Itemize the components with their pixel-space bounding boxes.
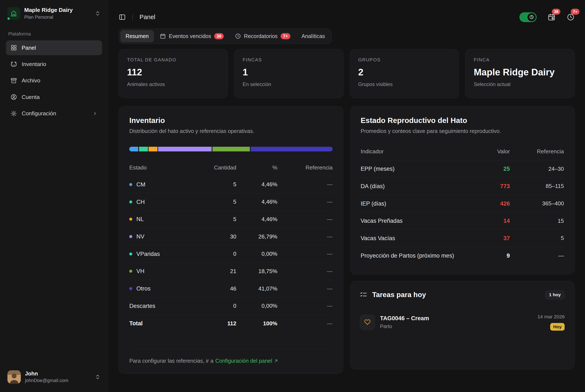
stat-card-fincas: FINCAS 1 En selección [234, 49, 343, 98]
tab-label: Resumen [126, 33, 149, 39]
overdue-events-button[interactable]: 38 [548, 13, 556, 21]
online-status-dot [7, 17, 10, 20]
archive-icon [10, 77, 17, 84]
repro-card: Estado Reproductivo del Hato Promedios y… [350, 106, 575, 274]
footer-text: Para configurar las referencias, ir a [129, 358, 213, 364]
pct-value: 100% [236, 320, 277, 327]
table-row: EPP (meses) 25 24–30 [361, 160, 564, 178]
toggle-switch[interactable] [520, 12, 537, 22]
inventory-bar [129, 147, 333, 151]
stat-label: GRUPOS [358, 57, 450, 63]
org-switcher[interactable]: Maple Ridge Dairy Plan Personal [6, 6, 102, 20]
tab-badge: 7+ [281, 33, 290, 39]
col-valor: Valor [469, 148, 510, 155]
sidebar-item-cuenta[interactable]: Cuenta [6, 90, 102, 104]
tab-recordatorios[interactable]: Recordatorios 7+ [230, 30, 295, 42]
status-dot [129, 252, 132, 256]
indicador-label: IEP (días) [361, 200, 469, 207]
gear-icon [10, 110, 17, 117]
panel-config-link[interactable]: Configuración del panel [215, 358, 278, 364]
estado-label: CM [136, 181, 145, 188]
topbar: Panel 38 7+ [119, 0, 575, 23]
repro-table: Indicador Valor Referencia EPP (meses) 2… [361, 143, 564, 264]
sidebar-item-panel[interactable]: Panel [6, 40, 102, 55]
col-referencia: Referencia [510, 148, 564, 155]
tab-eventos-vencidos[interactable]: Eventos vencidos 38 [155, 30, 229, 42]
referencia-value: — [510, 252, 564, 259]
referencia-value: 24–30 [510, 166, 564, 172]
cantidad-value: 5 [193, 181, 236, 188]
status-dot [129, 235, 132, 238]
list-checks-icon [360, 291, 367, 298]
table-total-row: Total 112 100% — [129, 315, 333, 332]
valor-value: 37 [469, 235, 510, 242]
sidebar-nav: Panel Inventario Archivo Cuenta [6, 40, 102, 121]
sidebar-item-label: Configuración [22, 110, 56, 117]
col-referencia: Referencia [277, 164, 333, 171]
cantidad-value: 46 [193, 286, 236, 292]
arrow-up-right-icon [274, 358, 278, 363]
app-root: Maple Ridge Dairy Plan Personal Platafor… [0, 0, 585, 392]
repro-subtitle: Promedios y conteos clave para seguimien… [361, 128, 564, 134]
sidebar-toggle-button[interactable] [119, 14, 126, 20]
table-row: IEP (días) 426 365–400 [361, 195, 564, 212]
sidebar-item-label: Cuenta [22, 94, 40, 100]
user-name: John [25, 370, 68, 377]
table-header-row: Indicador Valor Referencia [361, 143, 564, 160]
tab-analiticas[interactable]: Analíticas [296, 30, 330, 42]
valor-value: 773 [469, 183, 510, 190]
barn-icon [10, 10, 17, 17]
table-row: DA (días) 773 85–115 [361, 178, 564, 195]
estado-label: NV [136, 233, 144, 240]
col-cantidad: Cantidad [193, 164, 236, 171]
right-column: Estado Reproductivo del Hato Promedios y… [350, 106, 575, 374]
sidebar-section-label: Plataforma [8, 31, 100, 37]
tab-label: Recordatorios [244, 33, 278, 39]
estado-label: VParidas [136, 250, 160, 257]
referencia-value: — [277, 302, 333, 309]
user-menu[interactable]: John johnDoe@gmail.com [6, 369, 102, 385]
tab-resumen[interactable]: Resumen [120, 30, 154, 42]
status-dot [129, 183, 132, 186]
chevrons-up-down-icon [95, 10, 100, 16]
task-date: 14 mar 2026 [538, 314, 565, 320]
task-item[interactable]: TAG0046 – Cream Parto 14 mar 2026 Hoy [360, 314, 565, 331]
stat-card-grupos: GRUPOS 2 Grupos visibles [350, 49, 459, 98]
main-area: Panel 38 7+ Resumen [108, 0, 585, 392]
task-right: 14 mar 2026 Hoy [538, 314, 565, 331]
tasks-title: Tareas para hoy [372, 291, 426, 299]
reminders-button[interactable]: 7+ [567, 13, 575, 21]
cantidad-value: 30 [193, 233, 236, 240]
stat-cards: TOTAL DE GANADO 112 Animales activos FIN… [119, 49, 575, 98]
indicador-label: EPP (meses) [361, 166, 469, 172]
stat-sub: Grupos visibles [358, 82, 450, 87]
tab-badge: 38 [214, 33, 224, 39]
sidebar-item-archivo[interactable]: Archivo [6, 73, 102, 88]
org-plan: Plan Personal [24, 14, 73, 20]
cantidad-value: 21 [193, 268, 236, 274]
cantidad-value: 0 [193, 250, 236, 257]
referencia-value: — [277, 268, 333, 274]
page-title: Panel [139, 14, 155, 20]
cow-icon [10, 61, 17, 68]
pct-value: 41,07% [236, 286, 277, 292]
valor-value: 14 [469, 218, 510, 224]
task-meta: TAG0046 – Cream Parto [380, 315, 429, 329]
task-today-badge: Hoy [550, 323, 565, 331]
estado-label: Otros [136, 285, 151, 292]
content-grid: Inventario Distribución del hato activo … [119, 106, 575, 374]
valor-value: 9 [469, 252, 510, 259]
referencia-value: 5 [510, 235, 564, 242]
pct-value: 4,46% [236, 198, 277, 205]
sidebar-item-inventario[interactable]: Inventario [6, 57, 102, 72]
bar-segment [129, 147, 138, 151]
bar-segment [212, 147, 250, 151]
stat-sub: En selección [243, 82, 335, 87]
calendar-icon [160, 33, 166, 39]
table-row: Descartes 0 0,00% — [129, 298, 333, 315]
user-circle-icon [10, 94, 17, 100]
tasks-count-badge: 1 hoy [545, 290, 565, 300]
referencia-value: — [277, 233, 333, 240]
stat-label: FINCAS [243, 57, 335, 63]
sidebar-item-configuracion[interactable]: Configuración [6, 106, 102, 121]
